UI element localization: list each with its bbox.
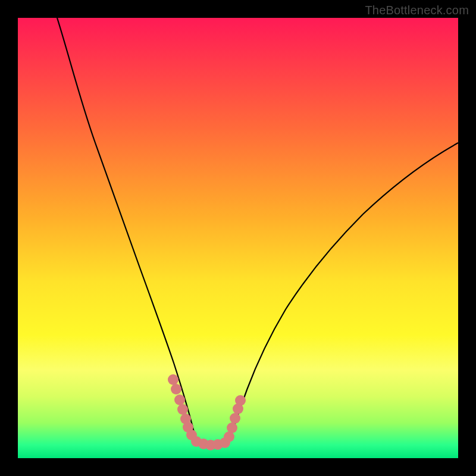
svg-point-16 (235, 395, 246, 406)
chart-frame: TheBottleneck.com (0, 0, 476, 476)
svg-point-0 (168, 374, 178, 385)
svg-point-2 (174, 394, 185, 405)
watermark-text: TheBottleneck.com (365, 4, 469, 17)
highlight-dots (168, 374, 246, 450)
svg-point-13 (227, 422, 237, 433)
curve-layer (18, 18, 458, 458)
svg-point-1 (171, 384, 181, 394)
svg-point-3 (177, 404, 188, 415)
svg-point-14 (230, 413, 240, 424)
plot-area (18, 18, 458, 458)
right-curve (229, 143, 458, 441)
